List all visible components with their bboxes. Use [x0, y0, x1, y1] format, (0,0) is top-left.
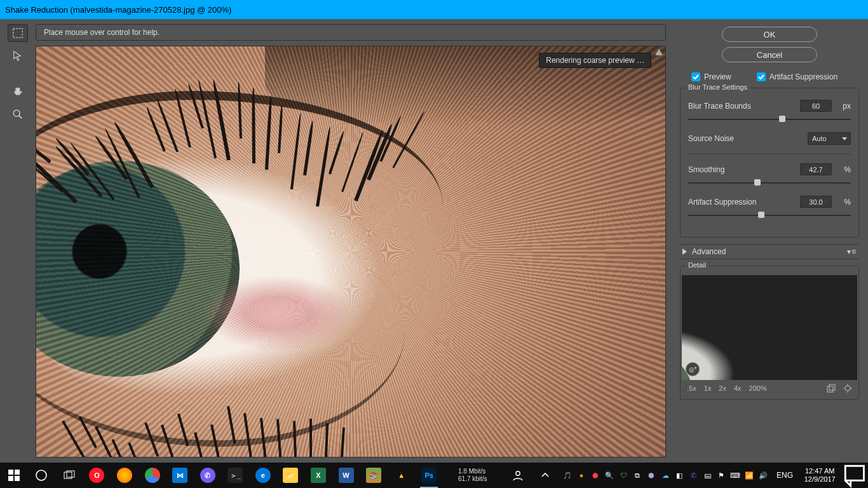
window-titlebar: Shake Reduction (malvestida-magazine-270…	[0, 0, 868, 19]
undock-icon[interactable]	[827, 384, 836, 393]
checkmark-icon	[757, 72, 766, 81]
detail-preview[interactable]: ◎*	[682, 275, 857, 380]
svg-rect-13	[15, 476, 20, 481]
svg-rect-11	[15, 470, 20, 475]
action-center-icon[interactable]	[841, 462, 868, 488]
svg-point-14	[36, 470, 46, 480]
taskbar-app-viber[interactable]: ✆	[194, 463, 222, 488]
zoom-4x[interactable]: 4x	[734, 384, 742, 392]
svg-rect-12	[8, 476, 13, 481]
language-indicator[interactable]: ENG	[771, 471, 798, 480]
advanced-toggle[interactable]: Advanced ▾≡	[680, 244, 859, 259]
artifact-checkbox[interactable]: Artifact Suppression	[757, 72, 837, 81]
svg-rect-4	[829, 384, 835, 390]
loupe-icon[interactable]: ◎*	[686, 362, 700, 376]
zoom-2x[interactable]: 2x	[719, 384, 726, 392]
tray-icon[interactable]: 🖴	[702, 470, 713, 481]
tray-icon[interactable]: ✆	[688, 470, 699, 481]
taskbar-app-word[interactable]: W	[332, 463, 360, 488]
cortana-button[interactable]	[28, 463, 56, 488]
marquee-tool[interactable]	[8, 24, 28, 42]
tray-icon[interactable]: ⚑	[715, 470, 727, 481]
preview-checkbox[interactable]: Preview	[691, 72, 731, 81]
tool-column	[0, 19, 36, 463]
hand-tool[interactable]	[8, 83, 28, 100]
artifact-supp-slider[interactable]	[688, 210, 851, 219]
artifact-supp-label: Artifact Suppression	[688, 198, 800, 207]
taskbar-app-firefox[interactable]	[111, 463, 139, 488]
blur-trace-bounds-input[interactable]	[800, 100, 832, 112]
tray-icon[interactable]: ⧉	[632, 470, 643, 481]
taskbar-app-edge[interactable]: e	[249, 463, 277, 488]
taskbar-app-explorer[interactable]: 📁	[277, 463, 305, 488]
svg-rect-3	[827, 386, 833, 392]
volume-icon[interactable]: 🔊	[757, 470, 769, 481]
svg-point-1	[13, 110, 20, 116]
svg-rect-10	[8, 470, 13, 475]
tray-icon[interactable]: ⌨	[729, 470, 741, 481]
wifi-icon[interactable]: 📶	[743, 470, 755, 481]
system-tray[interactable]: 🎵 ● ⬣ 🔍 🛡 ⧉ ⬢ ☁ ◧ ✆ 🖴 ⚑ ⌨ 📶 🔊	[559, 470, 771, 481]
detail-fieldset: Detail ◎* .5x 1x 2x 4x 200%	[680, 266, 859, 400]
tray-icon[interactable]: 🛡	[618, 470, 629, 481]
tray-icon[interactable]: ⬢	[646, 470, 657, 481]
taskbar-app-excel[interactable]: X	[304, 463, 332, 488]
taskbar-app-opera[interactable]: O	[83, 463, 111, 488]
start-button[interactable]	[0, 463, 28, 488]
tray-icon[interactable]: 🎵	[562, 470, 573, 481]
taskbar-app-potplayer[interactable]: ▲	[388, 463, 416, 488]
image-preview[interactable]: Rendering coarse preview …	[36, 46, 666, 458]
people-icon[interactable]	[504, 463, 532, 488]
smoothing-input[interactable]	[800, 163, 832, 175]
cancel-button[interactable]: Cancel	[722, 47, 817, 62]
tray-icon[interactable]: 🔍	[604, 470, 615, 481]
network-meter: 1.8 Mbit/s 61.7 kbit/s	[456, 468, 504, 483]
blur-trace-fieldset: Blur Trace Settings Blur Trace Bounds px…	[680, 88, 859, 238]
zoom-half[interactable]: .5x	[687, 384, 696, 392]
tray-icon[interactable]: ⬣	[590, 470, 601, 481]
taskbar-app-vscode[interactable]: ⋈	[166, 463, 194, 488]
svg-point-5	[845, 386, 850, 391]
ok-button[interactable]: OK	[722, 27, 817, 42]
windows-taskbar[interactable]: O ⋈ ✆ ＞_ e 📁 X W 📚 ▲ Ps 1.8 Mbit/s 61.7 …	[0, 463, 868, 488]
taskbar-app-winrar[interactable]: 📚	[360, 463, 388, 488]
direct-select-tool[interactable]	[8, 47, 28, 65]
target-icon[interactable]	[843, 384, 852, 393]
tray-icon[interactable]: ☁	[660, 470, 671, 481]
smoothing-label: Smoothing	[688, 165, 800, 174]
blur-trace-bounds-slider[interactable]	[688, 114, 851, 123]
blur-trace-bounds-label: Blur Trace Bounds	[688, 102, 800, 111]
zoom-tool[interactable]	[8, 105, 28, 123]
svg-rect-18	[846, 466, 864, 480]
artifact-supp-input[interactable]	[800, 196, 832, 208]
scroll-up-icon[interactable]	[655, 49, 663, 55]
zoom-current: 200%	[749, 384, 767, 392]
taskbar-app-photoshop[interactable]: Ps	[415, 463, 443, 488]
svg-line-2	[19, 116, 22, 119]
settings-panel: OK Cancel Preview Artifact Suppression B…	[671, 19, 868, 463]
taskbar-app-chrome[interactable]	[139, 463, 166, 488]
taskbar-app-terminal[interactable]: ＞_	[222, 463, 250, 488]
help-bar: Place mouse over control for help.	[36, 24, 666, 41]
source-noise-dropdown[interactable]: Auto	[808, 132, 851, 145]
panel-menu-icon[interactable]: ▾≡	[847, 247, 857, 256]
tray-expand-icon[interactable]	[532, 463, 560, 488]
checkmark-icon	[691, 72, 700, 81]
zoom-1x[interactable]: 1x	[704, 384, 712, 392]
smoothing-slider[interactable]	[688, 178, 851, 187]
triangle-right-icon	[682, 248, 687, 255]
svg-rect-0	[13, 29, 22, 37]
tray-icon[interactable]: ◧	[674, 470, 685, 481]
task-view-button[interactable]	[55, 463, 83, 488]
source-noise-label: Source Noise	[688, 134, 808, 143]
window-title: Shake Reduction (malvestida-magazine-270…	[5, 5, 231, 15]
render-status: Rendering coarse preview …	[539, 53, 651, 68]
tray-icon[interactable]: ●	[576, 470, 587, 481]
svg-point-17	[516, 471, 520, 475]
clock[interactable]: 12:47 AM 12/9/2017	[798, 467, 841, 484]
